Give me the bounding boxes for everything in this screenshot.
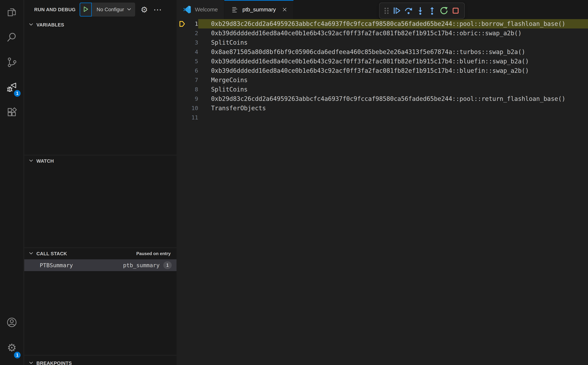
activity-item-run-and-debug[interactable]: 1 (0, 75, 23, 100)
code-text[interactable]: 0xb39d6dddedd16ed8a40ce0b1e6b43c92acf0ff… (198, 28, 588, 38)
call-stack-section-label: CALL STACK (36, 251, 67, 257)
tab-ptb-summary[interactable]: ptb_summary (224, 0, 294, 19)
stack-frame-row[interactable]: PTBSummary ptb_summary 1 (24, 259, 177, 271)
line-number: 9 (186, 94, 198, 104)
code-text[interactable]: 0xb39d6dddedd16ed8a40ce0b1e6b43c92acf0ff… (198, 66, 588, 75)
code-text[interactable]: 0xb29d83c26cdd2a64959263abbcfc4a6937f0c9… (198, 94, 588, 104)
breakpoint-gutter[interactable] (177, 113, 186, 122)
step-over-icon (404, 7, 413, 15)
code-text[interactable]: SplitCoins (198, 38, 588, 47)
chevron-down-icon (29, 360, 34, 365)
code-text[interactable] (198, 113, 588, 122)
chevron-down-icon (124, 7, 131, 12)
watch-section-label: WATCH (36, 158, 54, 164)
code-text[interactable]: 0xb29d83c26cdd2a64959263abbcfc4a6937f0c9… (198, 19, 588, 28)
play-icon (83, 6, 89, 13)
tab-label: ptb_summary (242, 7, 276, 13)
close-icon[interactable] (282, 7, 287, 12)
source-control-icon (7, 57, 17, 68)
sidebar-title: RUN AND DEBUG (34, 7, 76, 13)
activity-item-search[interactable] (0, 25, 23, 50)
debug-toolbar (379, 3, 465, 19)
line-number: 6 (186, 66, 198, 75)
extensions-icon (7, 107, 17, 118)
line-number: 11 (186, 113, 198, 122)
file-list-icon (231, 6, 239, 14)
line-number: 7 (186, 75, 198, 85)
debug-badge: 1 (14, 90, 21, 97)
code-text[interactable]: SplitCoins (198, 85, 588, 94)
breakpoint-gutter[interactable] (177, 28, 186, 38)
breakpoint-gutter[interactable] (177, 56, 186, 66)
paused-status-text: Paused on entry (136, 251, 171, 256)
account-icon (7, 317, 17, 328)
activity-item-explorer[interactable] (0, 0, 23, 25)
code-line: 8 SplitCoins (177, 85, 588, 94)
code-text[interactable]: TransferObjects (198, 104, 588, 113)
step-into-icon (416, 7, 425, 15)
breakpoints-section-header[interactable]: BREAKPOINTS (24, 355, 177, 365)
activity-item-accounts[interactable] (0, 310, 23, 335)
activity-item-source-control[interactable] (0, 50, 23, 75)
run-config-control: No Configur (80, 3, 135, 17)
restart-button[interactable] (438, 5, 450, 17)
code-line: 7 MergeCoins (177, 75, 588, 85)
stack-frame-name: PTBSummary (40, 262, 73, 268)
code-line: 10 TransferObjects (177, 104, 588, 113)
call-stack-section-header[interactable]: CALL STACK Paused on entry (24, 248, 177, 259)
debug-settings-gear-icon[interactable]: ⚙ (141, 5, 148, 14)
tab-label: Welcome (195, 7, 218, 13)
code-text[interactable]: MergeCoins (198, 75, 588, 85)
breakpoint-gutter[interactable] (177, 38, 186, 47)
step-into-button[interactable] (414, 5, 426, 17)
search-icon (7, 32, 17, 43)
activity-item-settings[interactable]: ⚙ 1 (0, 335, 23, 360)
continue-icon (393, 7, 401, 15)
activity-bar: 1 ⚙ 1 (0, 0, 24, 365)
code-line: 4 0x8ae871505a80d8bf6bf9c05906cda6edfeea… (177, 47, 588, 56)
code-line: 1 0xb29d83c26cdd2a64959263abbcfc4a6937f0… (177, 19, 588, 28)
breakpoint-gutter[interactable] (177, 19, 186, 28)
line-number: 10 (186, 104, 198, 113)
debug-configuration-value: No Configur (97, 7, 124, 13)
run-and-debug-sidebar: RUN AND DEBUG No Configur ⚙ ⋯ VARIABLES (24, 0, 177, 365)
chevron-down-icon (29, 251, 34, 256)
step-out-button[interactable] (426, 5, 438, 17)
variables-section-header[interactable]: VARIABLES (24, 19, 177, 30)
drag-handle-icon[interactable] (383, 6, 391, 16)
breakpoint-gutter[interactable] (177, 66, 186, 75)
code-line: 2 0xb39d6dddedd16ed8a40ce0b1e6b43c92acf0… (177, 28, 588, 38)
code-line: 5 0xb39d6dddedd16ed8a40ce0b1e6b43c92acf0… (177, 56, 588, 66)
debug-configuration-dropdown[interactable]: No Configur (92, 3, 135, 17)
breakpoints-section-label: BREAKPOINTS (36, 360, 72, 365)
code-line: 9 0xb29d83c26cdd2a64959263abbcfc4a6937f0… (177, 94, 588, 104)
step-out-icon (428, 7, 436, 15)
line-number: 5 (186, 56, 198, 66)
code-line: 11 (177, 113, 588, 122)
start-debugging-button[interactable] (80, 3, 92, 17)
code-text[interactable]: 0x8ae871505a80d8bf6bf9c05906cda6edfeea46… (198, 47, 588, 56)
activity-bar-bottom: ⚙ 1 (0, 310, 23, 365)
breakpoint-gutter[interactable] (177, 47, 186, 56)
gear-icon: ⚙ (7, 342, 17, 353)
vscode-window: 1 ⚙ 1 RUN AND DEBUG No Con (0, 0, 588, 365)
breakpoint-gutter[interactable] (177, 75, 186, 85)
activity-item-extensions[interactable] (0, 100, 23, 125)
line-number: 1 (186, 19, 198, 28)
breakpoint-gutter[interactable] (177, 104, 186, 113)
stop-button[interactable] (450, 5, 461, 17)
code-text[interactable]: 0xb39d6dddedd16ed8a40ce0b1e6b43c92acf0ff… (198, 56, 588, 66)
watch-section: WATCH (24, 155, 177, 248)
more-actions-icon[interactable]: ⋯ (153, 5, 162, 14)
chevron-down-icon (29, 22, 34, 28)
step-over-button[interactable] (403, 5, 414, 17)
continue-button[interactable] (391, 5, 403, 17)
line-number: 8 (186, 85, 198, 94)
breakpoint-gutter[interactable] (177, 85, 186, 94)
stack-frame-badge: 1 (163, 261, 172, 269)
watch-section-header[interactable]: WATCH (24, 155, 177, 167)
tab-welcome[interactable]: Welcome (177, 0, 224, 19)
call-stack-section: CALL STACK Paused on entry PTBSummary pt… (24, 248, 177, 355)
variables-section-label: VARIABLES (36, 22, 64, 28)
breakpoint-gutter[interactable] (177, 94, 186, 104)
